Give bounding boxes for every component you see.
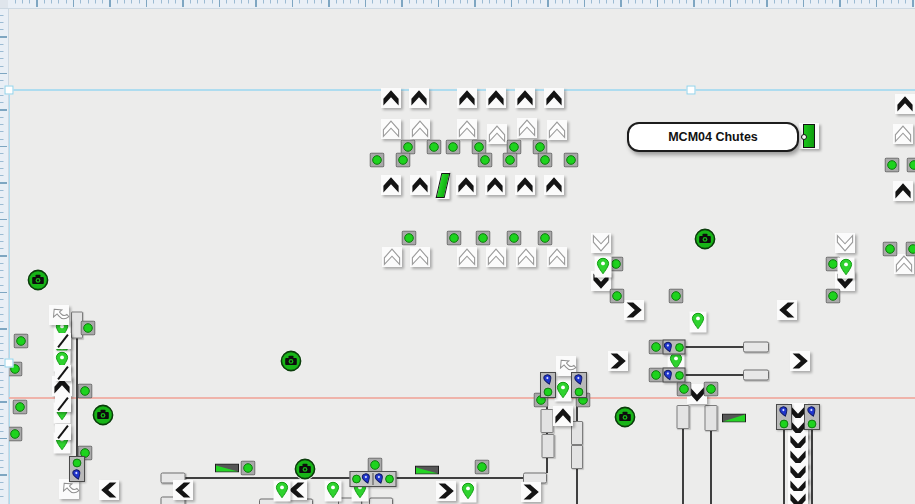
chevron-up-black-icon[interactable]: [381, 88, 401, 108]
status-indicator[interactable]: [649, 340, 664, 355]
ruler-vertical[interactable]: [0, 0, 9, 504]
status-indicator[interactable]: [883, 242, 898, 257]
status-indicator[interactable]: [402, 231, 417, 246]
chevron-up-white-icon[interactable]: [457, 247, 477, 267]
gate-bar-icon[interactable]: [437, 171, 450, 199]
guide-line-red[interactable]: [8, 397, 915, 399]
location-pin-icon[interactable]: [274, 481, 291, 502]
chevron-up-white-icon[interactable]: [547, 247, 567, 267]
chevron-up-white-icon[interactable]: [487, 124, 507, 144]
status-indicator[interactable]: [906, 242, 915, 257]
camera-icon[interactable]: [293, 457, 317, 481]
conveyor-segment[interactable]: [571, 445, 583, 469]
chevron-up-black-icon[interactable]: [515, 88, 535, 108]
status-indicator[interactable]: [649, 368, 664, 383]
station-group[interactable]: [350, 471, 397, 487]
chevron-up-black-icon[interactable]: [457, 88, 477, 108]
chevron-right-black-icon[interactable]: [436, 481, 456, 501]
station-indicator[interactable]: [804, 404, 820, 430]
camera-icon[interactable]: [613, 405, 637, 429]
status-indicator[interactable]: [14, 334, 29, 349]
status-indicator[interactable]: [669, 289, 684, 304]
design-canvas[interactable]: MCM04 Chutes: [0, 0, 915, 504]
status-indicator[interactable]: [396, 153, 411, 168]
status-indicator[interactable]: [564, 153, 579, 168]
chevron-left-black-icon[interactable]: [777, 300, 797, 320]
status-indicator[interactable]: [538, 153, 553, 168]
conveyor-endcap[interactable]: [743, 342, 769, 353]
chevron-up-black-icon[interactable]: [381, 175, 401, 195]
belt-diagonal-icon[interactable]: [55, 365, 71, 381]
status-indicator[interactable]: [13, 400, 28, 415]
conveyor-line[interactable]: [684, 346, 745, 348]
status-indicator[interactable]: [8, 427, 23, 442]
location-pin-icon[interactable]: [690, 312, 707, 333]
belt-diagonal-icon[interactable]: [55, 424, 71, 440]
selection-handle[interactable]: [5, 359, 14, 368]
status-indicator[interactable]: [538, 231, 553, 246]
belt-diagonal-icon[interactable]: [55, 333, 71, 349]
status-indicator[interactable]: [503, 153, 518, 168]
conveyor-segment[interactable]: [542, 434, 555, 458]
status-indicator[interactable]: [78, 384, 93, 399]
conveyor-segment[interactable]: [677, 405, 690, 429]
station-indicator[interactable]: [69, 456, 85, 482]
chevron-up-white-icon[interactable]: [894, 254, 914, 274]
conveyor-line[interactable]: [811, 427, 813, 504]
status-indicator[interactable]: [478, 153, 493, 168]
status-indicator[interactable]: [81, 321, 96, 336]
camera-icon[interactable]: [26, 268, 50, 292]
chevron-up-black-icon[interactable]: [456, 175, 476, 195]
turn-arrow-icon[interactable]: [59, 479, 79, 499]
chevron-down-white-icon[interactable]: [835, 233, 855, 253]
status-indicator[interactable]: [475, 460, 490, 475]
status-indicator[interactable]: [677, 382, 692, 397]
camera-icon[interactable]: [693, 227, 717, 251]
chevron-up-black-icon[interactable]: [486, 88, 506, 108]
status-indicator[interactable]: [241, 461, 256, 476]
conveyor-line[interactable]: [684, 374, 745, 376]
location-pin-icon[interactable]: [325, 481, 342, 502]
chevron-left-black-icon[interactable]: [99, 480, 119, 500]
selection-handle[interactable]: [687, 86, 696, 95]
status-indicator[interactable]: [885, 158, 900, 173]
chevron-up-black-icon[interactable]: [515, 175, 535, 195]
belt-ramp-icon[interactable]: [415, 466, 439, 475]
chevron-down-black-icon[interactable]: [788, 491, 808, 504]
station-indicator[interactable]: [776, 404, 792, 430]
status-indicator[interactable]: [907, 158, 915, 173]
location-pin-icon[interactable]: [460, 482, 477, 503]
chevron-up-black-icon[interactable]: [485, 175, 505, 195]
status-indicator[interactable]: [370, 153, 385, 168]
selection-handle[interactable]: [5, 86, 14, 95]
chevron-up-black-icon[interactable]: [544, 175, 564, 195]
chevron-up-white-icon[interactable]: [381, 119, 401, 139]
chevron-up-white-icon[interactable]: [547, 120, 567, 140]
chevron-up-black-icon[interactable]: [409, 88, 429, 108]
chevron-right-black-icon[interactable]: [790, 351, 810, 371]
chevron-right-black-icon[interactable]: [521, 482, 541, 502]
chevron-up-white-icon[interactable]: [382, 247, 402, 267]
status-indicator[interactable]: [446, 140, 461, 155]
conveyor-line[interactable]: [710, 430, 712, 504]
door-indicator-icon[interactable]: [799, 123, 819, 149]
chevron-up-white-icon[interactable]: [516, 247, 536, 267]
chevron-up-white-icon[interactable]: [410, 119, 430, 139]
belt-diagonal-icon[interactable]: [55, 396, 71, 412]
status-indicator[interactable]: [610, 289, 625, 304]
chevron-down-white-icon[interactable]: [591, 233, 611, 253]
chevron-up-black-icon[interactable]: [893, 181, 913, 201]
chevron-up-black-icon[interactable]: [544, 88, 564, 108]
conveyor-segment[interactable]: [705, 405, 718, 431]
camera-icon[interactable]: [91, 403, 115, 427]
location-pin-icon[interactable]: [595, 257, 612, 278]
station-indicator[interactable]: [540, 372, 556, 398]
turn-arrow-icon[interactable]: [49, 305, 69, 325]
chevron-left-black-icon[interactable]: [173, 480, 193, 500]
chevron-up-white-icon[interactable]: [457, 119, 477, 139]
ruler-horizontal[interactable]: [0, 0, 915, 9]
chevron-right-black-icon[interactable]: [608, 351, 628, 371]
chevron-right-black-icon[interactable]: [624, 300, 644, 320]
belt-ramp-icon[interactable]: [722, 414, 746, 423]
belt-ramp-icon[interactable]: [215, 464, 239, 473]
